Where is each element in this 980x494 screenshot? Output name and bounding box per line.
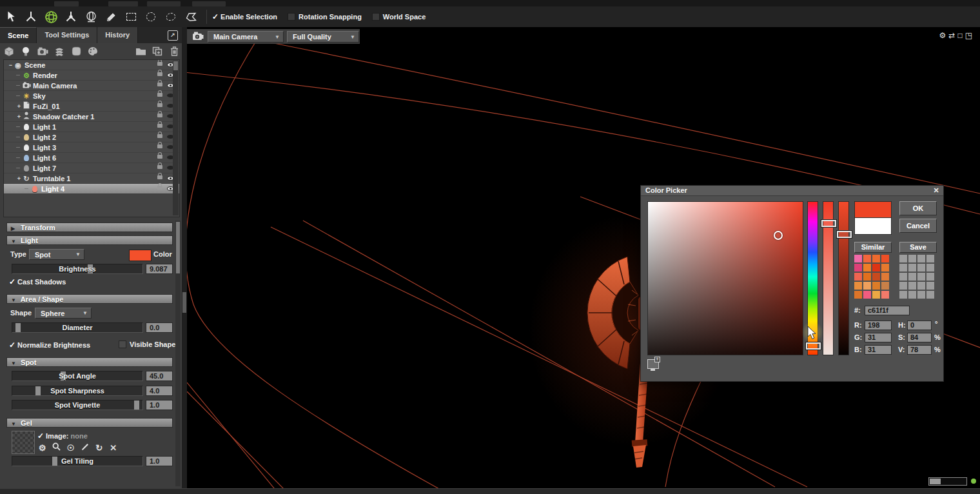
maximize-icon[interactable]: □ [957,31,965,40]
hue-strip-handle[interactable] [806,342,821,350]
add-camera-icon[interactable] [35,44,50,59]
similar-color-swatch[interactable] [863,255,871,262]
add-light-icon[interactable] [18,44,34,59]
unlock-icon[interactable] [157,103,162,107]
quality-dropdown[interactable]: Full Quality ▼ [287,31,359,43]
cancel-button[interactable]: Cancel [899,219,937,233]
expand-expander-icon[interactable]: + [16,175,22,182]
similar-color-swatch[interactable] [863,264,871,272]
save-color-slot[interactable] [926,255,934,262]
add-geometry-icon[interactable] [1,44,17,59]
hex-input[interactable]: c61f1f [865,306,910,315]
visible-shape-checkbox[interactable]: Visible Shape [119,341,175,348]
undock-panel-icon[interactable]: ↗ [168,30,178,41]
slider-value-box[interactable]: 9.087 [146,264,173,274]
similar-color-swatch[interactable] [863,282,871,290]
save-color-slot[interactable] [917,273,925,281]
tree-row-main-camera[interactable]: Main Camera [4,81,179,91]
tab-history[interactable]: History [97,27,138,43]
gel-image-thumbnail[interactable] [12,431,35,454]
blue-input[interactable]: 31 [865,345,892,355]
unlock-icon[interactable] [157,134,162,138]
saturation-input[interactable]: 84 [907,333,932,342]
splitter-thumb[interactable] [182,292,186,313]
save-color-slot[interactable] [926,273,934,281]
gel-magnify-icon[interactable] [50,442,63,453]
shape-dropdown[interactable]: Sphere ▼ [35,308,92,319]
section-header-spot[interactable]: ▼ Spot [6,357,173,367]
tree-row-turntable-1[interactable]: +↻Turntable 1 [4,173,179,184]
save-button[interactable]: Save [899,242,937,253]
marquee-rect-tool-icon[interactable] [122,8,140,25]
dialog-title[interactable]: Color Picker [641,186,943,196]
unlock-icon[interactable] [157,175,162,179]
slider-value-box[interactable]: 1.0 [146,456,173,466]
section-header-transform[interactable]: ▶ Transform [6,222,173,232]
similar-color-swatch[interactable] [854,291,862,299]
similar-color-swatch[interactable] [872,255,880,262]
new-folder-icon[interactable] [133,44,148,59]
tree-row-scene[interactable]: −◉Scene [4,60,179,70]
unlock-icon[interactable] [157,155,162,159]
tree-row-light-1[interactable]: Light 1 [4,122,179,132]
expand-expander-icon[interactable]: + [16,114,22,120]
paint-tool-icon[interactable] [102,8,120,25]
palette-icon[interactable] [85,44,101,59]
lasso-tool-icon[interactable] [162,8,180,25]
green-input[interactable]: 31 [865,333,892,342]
similar-color-swatch[interactable] [872,282,880,290]
similar-color-swatch[interactable] [872,264,880,272]
polygon-lasso-tool-icon[interactable] [182,8,200,25]
save-color-slot[interactable] [926,291,934,299]
gel-texture-sphere-icon[interactable]: ☉ [64,443,77,453]
section-header-gel[interactable]: ▼ Gel [6,418,173,428]
normalize-brightness-checkbox[interactable]: ✓ Normalize Brightness [9,341,90,350]
save-color-slot[interactable] [908,291,916,299]
screen-color-pick-icon[interactable] [647,359,659,369]
save-color-slot[interactable] [926,264,934,272]
similar-color-swatch[interactable] [872,273,880,281]
color-selection-marker[interactable] [774,231,783,240]
gel-settings-gear-icon[interactable]: ⚙ [36,443,48,453]
similar-color-swatch[interactable] [872,291,880,299]
similar-color-swatch[interactable] [863,273,871,281]
gel-image-checkbox[interactable]: ✓ Image: none [37,431,88,440]
tree-row-light-4[interactable]: Light 4 [4,184,179,194]
world-space-checkbox[interactable]: World Space [372,13,426,21]
hue-input[interactable]: 0 [907,321,932,330]
section-header-light[interactable]: ▼ Light [6,235,173,245]
select-tool-icon[interactable] [2,8,20,25]
save-color-slot[interactable] [899,264,907,272]
gel-refresh-icon[interactable]: ↻ [93,443,105,453]
save-color-slot[interactable] [917,264,925,272]
rotation-snapping-checkbox[interactable]: Rotation Snapping [288,13,362,21]
unlock-icon[interactable] [157,124,162,128]
similar-color-swatch[interactable] [854,273,862,281]
slider-value-box[interactable]: 45.0 [146,371,173,381]
save-color-slot[interactable] [908,273,916,281]
save-color-slot[interactable] [908,282,916,290]
add-environment-icon[interactable] [52,44,67,59]
similar-button[interactable]: Similar [854,242,892,253]
add-material-icon[interactable] [68,44,84,59]
tree-row-light-3[interactable]: Light 3 [4,143,179,153]
value-input[interactable]: 78 [907,345,932,355]
tree-row-sky[interactable]: ☀Sky [4,91,179,101]
similar-color-swatch[interactable] [854,282,862,290]
camera-dropdown[interactable]: Main Camera ▼ [208,31,284,43]
saturation-strip-handle[interactable] [821,220,836,227]
marquee-ellipse-tool-icon[interactable] [142,8,160,25]
tree-row-render[interactable]: ⚙Render [4,70,179,81]
similar-color-swatch[interactable] [881,273,889,281]
red-input[interactable]: 198 [865,321,892,330]
tree-scrollbar[interactable] [173,61,179,215]
undock-viewport-icon[interactable]: ◳ [965,31,975,40]
slider-value-box[interactable]: 0.0 [146,322,173,333]
duplicate-icon[interactable] [150,44,165,59]
rotate-tool-icon-active[interactable] [42,8,60,25]
slider-value-box[interactable]: 4.0 [146,386,173,396]
split-view-icon[interactable]: ⇄ [948,31,957,40]
close-icon[interactable]: ✕ [932,186,941,195]
unlock-icon[interactable] [157,83,162,86]
save-color-slot[interactable] [908,264,916,272]
